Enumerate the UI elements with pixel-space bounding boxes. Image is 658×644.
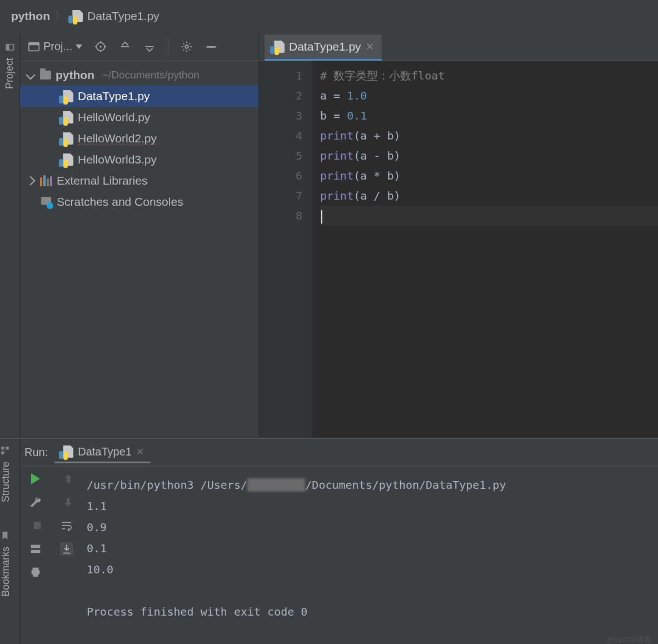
svg-rect-12 [31,545,41,548]
hide-icon[interactable] [205,41,217,53]
print-button[interactable] [29,566,42,579]
toolbar-separator [168,39,168,55]
editor-tabs: DataType1.py ✕ [259,32,658,61]
run-header: Run: DataType1 ✕ [20,439,658,467]
watermark: @51CTO博客 [606,635,651,644]
libraries-icon [40,175,52,186]
editor-tab-label: DataType1.py [289,40,361,53]
left-tool-stripe: Project [0,32,20,438]
folder-icon [40,71,51,80]
python-file-icon [272,41,285,53]
scratches-icon [40,196,52,208]
svg-rect-1 [6,44,9,51]
python-file-icon [71,10,83,22]
tree-scratches[interactable]: Scratches and Consoles [20,191,258,212]
tree-file[interactable]: DataType1.py [20,86,258,107]
svg-rect-3 [29,42,39,45]
tree-file-name: DataType1.py [78,90,150,103]
external-libraries-label: External Libraries [57,174,147,187]
python-file-icon [61,111,73,123]
close-icon[interactable]: ✕ [136,446,144,458]
bookmarks-tool-icon[interactable] [0,531,10,541]
line-gutter: 12345678 [259,61,312,438]
stop-button[interactable] [31,519,44,532]
console-output[interactable]: /usr/bin/python3 /Users/xxxxxxxx/Documen… [82,467,658,644]
svg-point-5 [99,46,102,48]
chevron-down-icon [26,71,36,80]
project-tool-icon[interactable] [5,42,15,52]
layout-button[interactable] [29,542,42,556]
bookmarks-tool-label[interactable]: Bookmarks [0,543,12,600]
chevron-right-icon [26,176,36,186]
python-file-icon [61,153,73,166]
locate-icon[interactable] [94,41,107,53]
structure-tool-label[interactable]: Structure [0,458,12,506]
run-action-icons [20,467,51,644]
svg-rect-11 [34,522,41,529]
window-icon [28,41,40,53]
run-panel: Structure Bookmarks Run: DataType1 ✕ [0,438,658,644]
project-name: python [56,68,94,82]
svg-rect-10 [1,452,4,454]
svg-rect-13 [31,550,41,553]
tree-file[interactable]: HelloWorld.py [20,107,258,128]
wrench-button[interactable] [29,496,42,509]
svg-rect-8 [1,447,4,449]
tree-file[interactable]: HelloWorld3.py [20,149,258,170]
collapse-all-icon[interactable] [143,41,156,53]
breadcrumb-root[interactable]: python [11,9,50,23]
project-tool-label[interactable]: Project [4,55,16,92]
tree-project-root[interactable]: python ~/Documents/python [20,65,258,86]
project-tree[interactable]: python ~/Documents/python DataType1.pyHe… [20,61,258,438]
soft-wrap-button[interactable] [60,519,73,532]
left-tool-stripe-bottom: Structure Bookmarks [0,439,20,644]
breadcrumb: python 〉 DataType1.py [0,0,658,32]
editor: DataType1.py ✕ 12345678 # 数字类型：小数floata … [259,32,658,438]
structure-tool-icon[interactable] [0,445,10,455]
breadcrumb-sep-icon: 〉 [54,8,66,24]
up-button[interactable] [62,472,75,486]
play-icon [31,473,40,484]
code-content[interactable]: # 数字类型：小数floata = 1.0b = 0.1print(a + b)… [312,61,658,438]
tree-file[interactable]: HelloWorld2.py [20,128,258,149]
tree-external-libraries[interactable]: External Libraries [20,170,258,191]
project-path: ~/Documents/python [102,69,200,81]
svg-rect-7 [207,46,216,48]
tree-file-name: HelloWorld3.py [78,153,157,166]
expand-all-icon[interactable] [119,41,131,53]
project-view-selector[interactable]: Proj... [28,40,82,53]
breadcrumb-file[interactable]: DataType1.py [87,9,159,23]
code-area[interactable]: 12345678 # 数字类型：小数floata = 1.0b = 0.1pri… [259,61,658,438]
run-tab[interactable]: DataType1 ✕ [54,442,151,463]
scratches-label: Scratches and Consoles [57,195,183,209]
svg-point-6 [186,45,189,48]
close-icon[interactable]: ✕ [366,41,374,53]
tree-file-name: HelloWorld2.py [78,132,157,145]
rerun-button[interactable] [29,472,42,486]
project-sidebar: Proj... python ~/Documents/python DataTy… [20,32,259,438]
run-nav-icons [51,467,82,644]
project-view-label: Proj... [43,40,72,53]
python-file-icon [61,445,73,458]
tree-file-name: HelloWorld.py [78,111,150,124]
gear-icon[interactable] [181,41,193,53]
run-tab-label: DataType1 [78,445,132,458]
run-label: Run: [24,446,48,459]
python-file-icon [61,132,73,145]
python-file-icon [61,90,73,102]
down-button[interactable] [62,496,75,509]
svg-rect-9 [6,447,9,449]
sidebar-toolbar: Proj... [20,32,258,61]
editor-tab[interactable]: DataType1.py ✕ [265,34,382,61]
chevron-down-icon [76,44,82,49]
scroll-to-end-button[interactable] [60,542,73,556]
